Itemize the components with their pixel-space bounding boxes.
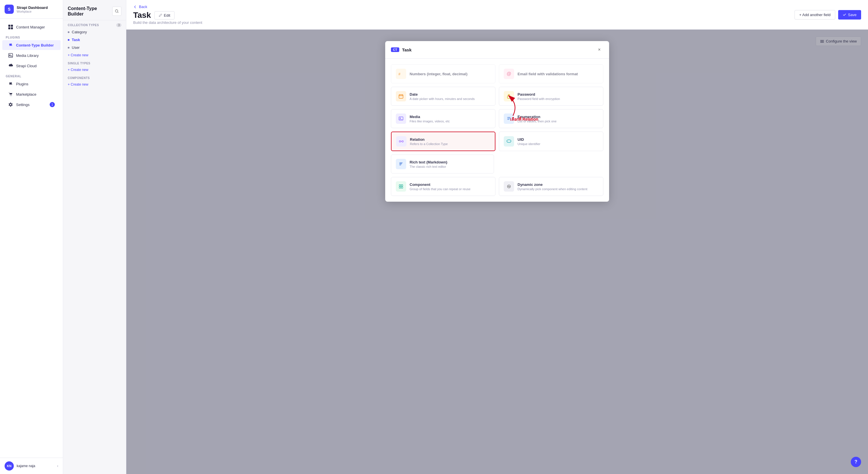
svg-rect-17 [399,185,401,186]
field-card-password[interactable]: Password Password field with encryption [499,87,603,106]
back-label: Back [139,5,147,9]
nav-item-task[interactable]: Task [63,36,126,44]
close-icon: × [598,47,600,52]
field-card-uid[interactable]: UID Unique identifier [499,131,603,151]
components-header: COMPONENTS [63,73,126,81]
save-button-label: Save [848,12,857,17]
svg-rect-20 [401,187,403,188]
image-nav-icon [8,53,13,58]
edit-button[interactable]: Edit [154,11,175,20]
field-card-date[interactable]: Date A date picker with hours, minutes a… [391,87,495,106]
collection-types-badge: 3 [116,23,121,27]
section-label-general: GENERAL [0,71,63,79]
svg-point-5 [9,54,10,55]
page-subtitle: Build the data architecture of your cont… [133,21,203,25]
modal-close-button[interactable]: × [595,46,603,54]
sidebar-header: S Strapi Dashboard Workplace [0,0,63,19]
email-icon: @ [504,69,514,79]
search-button[interactable] [112,7,121,16]
nav-dot-task [68,39,69,41]
sidebar-item-strapi-cloud[interactable]: Strapi Cloud [2,61,61,71]
sidebar-collapse-icon[interactable]: ‹ [57,464,58,468]
field-name-relation: Relation [410,137,490,142]
page-title-row: Task Edit [133,11,203,20]
nav-item-category[interactable]: Category [63,28,126,36]
field-info-dynamic-zone: Dynamic zone Dynamically pick component … [518,182,598,191]
field-card-relation[interactable]: Relation Refers to a Collection Type [391,131,495,151]
calendar-icon [396,91,406,101]
svg-point-13 [400,118,401,119]
app-logo: S [5,5,14,14]
user-avatar: KN [5,462,14,471]
single-types-label: SINGLE TYPES [68,62,90,65]
field-desc-component: Group of fields that you can repeat or r… [410,187,491,191]
field-desc-password: Password field with encryption [518,97,598,100]
add-field-button[interactable]: + Add another field [795,10,836,20]
field-card-enumeration[interactable]: Enumeration List of values, then pick on… [499,109,603,128]
gear-icon [8,102,13,107]
plugins-icon [8,81,13,86]
rich-text-icon [396,159,406,169]
create-new-collection[interactable]: + Create new [63,52,126,59]
field-info-uid: UID Unique identifier [518,137,598,146]
modal-header: CT Task × [385,41,609,59]
modal-title: Task [402,48,412,52]
cart-icon [8,92,13,97]
svg-rect-0 [8,25,10,27]
svg-rect-10 [399,95,403,98]
app-subtitle: Workplace [17,10,48,13]
sidebar-label-settings: Settings [16,102,30,107]
field-card-component[interactable]: Component Group of fields that you can r… [391,177,495,196]
relation-icon [396,136,406,147]
list-icon [504,114,514,124]
nav-dot-category [68,31,69,33]
dynamic-zone-icon [504,181,514,191]
sidebar-item-settings[interactable]: Settings 1 [2,100,61,110]
field-info-relation: Relation Refers to a Collection Type [410,137,490,146]
save-button[interactable]: Save [838,10,861,20]
help-button[interactable]: ? [851,457,861,467]
sidebar-item-plugins[interactable]: Plugins [2,79,61,89]
back-button[interactable]: Back [133,5,203,9]
page-title: Task [133,11,151,20]
settings-badge: 1 [50,102,55,107]
create-new-single[interactable]: + Create new [63,66,126,73]
field-card-email[interactable]: @ Email field with validations format [499,64,603,83]
cloud-icon [8,63,13,68]
svg-rect-4 [9,53,12,57]
svg-rect-19 [399,187,401,188]
field-desc-dynamic-zone: Dynamically pick component when editing … [518,187,598,191]
header-actions: + Add another field Save [795,10,861,20]
field-card-media[interactable]: Media Files like images, videos, etc [391,109,495,128]
field-info-password: Password Password field with encryption [518,92,598,100]
field-card-rich-text[interactable]: Rich text (Markdown) The classic rich te… [391,154,494,174]
grid-icon [8,24,13,30]
field-info-email: Email field with validations format [518,72,598,76]
sidebar-label-strapi-cloud: Strapi Cloud [16,64,37,68]
field-info-component: Component Group of fields that you can r… [410,182,491,191]
nav-label-task: Task [72,38,80,42]
svg-rect-2 [8,27,10,29]
svg-point-7 [11,95,12,96]
field-desc-media: Files like images, videos, etc [410,119,491,123]
field-card-number[interactable]: # Numbers (integer, float, decimal) [391,64,495,83]
sidebar-item-content-type-builder[interactable]: Content-Type Builder [2,40,61,50]
field-info-rich-text: Rich text (Markdown) The classic rich te… [410,160,489,168]
svg-point-6 [10,95,11,96]
create-new-component[interactable]: + Create new [63,81,126,88]
field-name-component: Component [410,182,491,187]
svg-point-15 [402,141,403,142]
sidebar-item-marketplace[interactable]: Marketplace [2,89,61,99]
nav-item-user[interactable]: User [63,44,126,52]
app-title: Strapi Dashboard [17,5,48,10]
create-new-single-label: + Create new [68,68,88,72]
sidebar-item-media-library[interactable]: Media Library [2,51,61,60]
sidebar-label-plugins: Plugins [16,82,28,86]
create-new-collection-label: + Create new [68,53,88,57]
sidebar-item-content-manager[interactable]: Content Manager [2,22,61,32]
create-new-component-label: + Create new [68,83,88,86]
field-card-dynamic-zone[interactable]: Dynamic zone Dynamically pick component … [499,177,603,196]
svg-text:#: # [398,72,400,76]
field-name-enumeration: Enumeration [518,115,598,119]
collection-types-label: COLLECTION TYPES [68,24,99,27]
